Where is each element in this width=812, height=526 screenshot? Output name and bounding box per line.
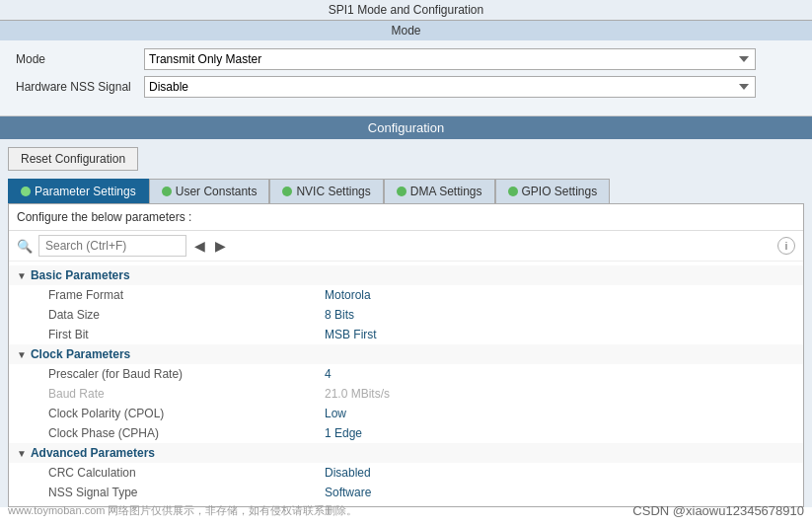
- tab-dma-settings[interactable]: DMA Settings: [384, 179, 495, 203]
- param-first-bit: First Bit MSB First: [9, 325, 803, 344]
- group-advanced-label: Advanced Parameters: [31, 446, 155, 460]
- param-nss-signal: NSS Signal Type Software: [9, 483, 803, 502]
- param-crc: CRC Calculation Disabled: [9, 463, 803, 483]
- param-frame-format-value: Motorola: [325, 288, 371, 302]
- top-title: SPI1 Mode and Configuration: [0, 0, 812, 20]
- tab-dot-gpio: [508, 187, 518, 196]
- param-data-size-value: 8 Bits: [325, 308, 354, 322]
- tab-gpio-label: GPIO Settings: [522, 185, 598, 198]
- param-cpol: Clock Polarity (CPOL) Low: [9, 404, 803, 423]
- configure-text: Configure the below parameters :: [9, 204, 803, 231]
- mode-label: Mode: [16, 52, 144, 66]
- param-frame-format: Frame Format Motorola: [9, 285, 803, 305]
- param-frame-format-name: Frame Format: [48, 288, 325, 302]
- param-cpha: Clock Phase (CPHA) 1 Edge: [9, 423, 803, 443]
- param-baud-rate-name: Baud Rate: [48, 387, 325, 401]
- param-cpol-value: Low: [325, 407, 346, 420]
- prev-arrow-button[interactable]: ◀: [192, 238, 207, 254]
- param-tree: ▼ Basic Parameters Frame Format Motorola…: [9, 262, 803, 506]
- param-data-size: Data Size 8 Bits: [9, 305, 803, 325]
- search-icon: 🔍: [17, 239, 33, 254]
- tab-dot-user: [162, 187, 172, 196]
- group-clock-label: Clock Parameters: [31, 347, 130, 361]
- tab-parameter-settings[interactable]: Parameter Settings: [8, 179, 149, 203]
- param-baud-rate: Baud Rate 21.0 MBits/s: [9, 384, 803, 404]
- chevron-basic: ▼: [17, 270, 27, 281]
- config-header: Configuration: [0, 116, 812, 139]
- param-crc-value: Disabled: [325, 466, 371, 480]
- mode-select[interactable]: Transmit Only Master: [144, 48, 756, 70]
- tab-user-constants[interactable]: User Constants: [149, 179, 270, 203]
- reset-config-button[interactable]: Reset Configuration: [8, 147, 138, 171]
- tab-parameter-label: Parameter Settings: [35, 185, 136, 198]
- config-body: Reset Configuration Parameter Settings U…: [0, 139, 812, 507]
- mode-section: Mode Transmit Only Master Hardware NSS S…: [0, 40, 812, 116]
- param-crc-name: CRC Calculation: [48, 466, 325, 480]
- tab-gpio-settings[interactable]: GPIO Settings: [495, 179, 611, 203]
- param-cpha-name: Clock Phase (CPHA): [48, 426, 325, 440]
- param-nss-signal-name: NSS Signal Type: [48, 486, 325, 499]
- param-prescaler-name: Prescaler (for Baud Rate): [48, 367, 325, 381]
- tab-dot-parameter: [21, 187, 31, 196]
- tab-dot-dma: [397, 187, 406, 196]
- chevron-advanced: ▼: [17, 448, 27, 459]
- mode-field-row: Mode Transmit Only Master: [16, 48, 796, 70]
- param-cpha-value: 1 Edge: [325, 426, 362, 440]
- tab-nvic-label: NVIC Settings: [296, 185, 370, 198]
- group-advanced-parameters[interactable]: ▼ Advanced Parameters: [9, 443, 803, 463]
- tabs-row: Parameter Settings User Constants NVIC S…: [8, 179, 804, 203]
- group-basic-label: Basic Parameters: [31, 268, 130, 282]
- csdn-watermark: CSDN @xiaowu12345678910: [632, 503, 804, 518]
- chevron-clock: ▼: [17, 349, 27, 360]
- tab-dot-nvic: [282, 187, 292, 196]
- search-input[interactable]: [38, 235, 186, 257]
- tab-nvic-settings[interactable]: NVIC Settings: [269, 179, 383, 203]
- tab-user-label: User Constants: [176, 185, 258, 198]
- search-row: 🔍 ◀ ▶ i: [9, 231, 803, 262]
- param-nss-signal-value: Software: [325, 486, 371, 499]
- param-prescaler: Prescaler (for Baud Rate) 4: [9, 364, 803, 384]
- group-basic-parameters[interactable]: ▼ Basic Parameters: [9, 265, 803, 285]
- param-cpol-name: Clock Polarity (CPOL): [48, 407, 325, 420]
- param-prescaler-value: 4: [325, 367, 332, 381]
- group-clock-parameters[interactable]: ▼ Clock Parameters: [9, 344, 803, 364]
- nss-label: Hardware NSS Signal: [16, 80, 144, 94]
- tab-dma-label: DMA Settings: [410, 185, 482, 198]
- nss-field-row: Hardware NSS Signal Disable: [16, 76, 796, 98]
- params-area: Configure the below parameters : 🔍 ◀ ▶ i…: [8, 203, 804, 507]
- next-arrow-button[interactable]: ▶: [213, 238, 228, 254]
- param-first-bit-value: MSB First: [325, 328, 377, 341]
- mode-section-header: Mode: [0, 20, 812, 40]
- watermark: www.toymoban.com 网络图片仅供展示，非存储，如有侵权请联系删除。: [8, 503, 357, 518]
- param-data-size-name: Data Size: [48, 308, 325, 322]
- param-first-bit-name: First Bit: [48, 328, 325, 341]
- param-baud-rate-value: 21.0 MBits/s: [325, 387, 390, 401]
- info-button[interactable]: i: [777, 237, 795, 255]
- nss-select[interactable]: Disable: [144, 76, 756, 98]
